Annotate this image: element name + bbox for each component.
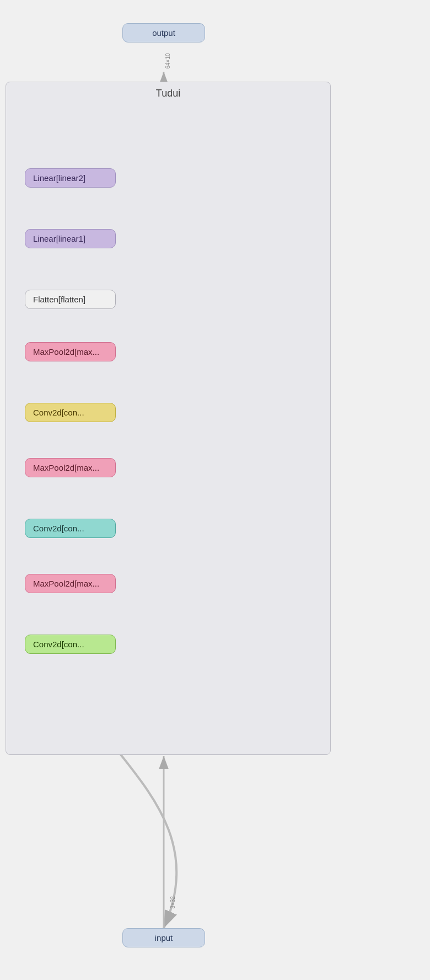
conv1-node[interactable]: Conv2d[con... [25, 635, 116, 654]
flatten-node[interactable]: Flatten[flatten] [25, 290, 116, 309]
conv2-node[interactable]: Conv2d[con... [25, 519, 116, 538]
conv3-node[interactable]: Conv2d[con... [25, 403, 116, 422]
edge-label-top: 64×10 [165, 53, 171, 68]
maxpool1-node[interactable]: MaxPool2d[max... [25, 574, 116, 593]
input-node[interactable]: input [122, 928, 205, 947]
linear1-node[interactable]: Linear[linear1] [25, 229, 116, 248]
maxpool3-node[interactable]: MaxPool2d[max... [25, 342, 116, 361]
maxpool2-node[interactable]: MaxPool2d[max... [25, 458, 116, 477]
canvas: 64×10 64×10 64×64 64×1024 64×64×4 64×64×… [0, 0, 430, 980]
tudui-label: Tudui [156, 88, 180, 99]
linear2-node[interactable]: Linear[linear2] [25, 168, 116, 188]
output-node[interactable]: output [122, 23, 205, 42]
edge-label-input-entry: 3×32 [170, 896, 176, 909]
